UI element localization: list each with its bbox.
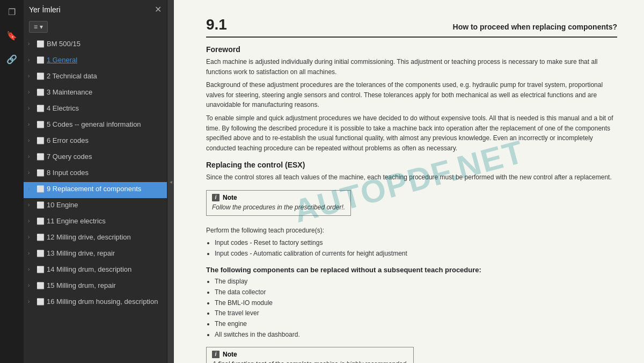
sidebar-item-label: 8 Input codes — [47, 169, 164, 178]
list-item: Input codes - Reset to factory settings — [215, 238, 617, 248]
bookmark-icon: ⬜ — [36, 217, 45, 225]
sidebar-item-label: 9 Replacement of components — [47, 185, 164, 194]
note1-label: Note — [223, 194, 237, 201]
sidebar-toolbar: ≡ ▾ — [24, 19, 167, 37]
note-box-1: i Note Follow the procedures in the pres… — [206, 190, 351, 216]
foreword-heading: Foreword — [206, 45, 617, 54]
sidebar-collapse-handle[interactable]: ◂ — [167, 0, 174, 363]
sidebar-item-label: 2 Technical data — [47, 72, 164, 81]
sidebar-item-label: BM 500/15 — [47, 40, 164, 49]
sidebar-item-label: 10 Engine — [47, 201, 164, 210]
expand-icon: › — [28, 218, 34, 224]
bookmark-icon: ⬜ — [36, 153, 45, 161]
note1-header: i Note — [212, 194, 345, 201]
sidebar-item-milling-drum-desc[interactable]: › ⬜ 14 Milling drum, description — [24, 263, 167, 279]
main-content: AUTOPDF.NET 9.1 How to proceed when repl… — [174, 0, 644, 363]
expand-icon: › — [28, 41, 34, 47]
expand-icon: › — [28, 250, 34, 256]
expand-icon: › — [28, 186, 34, 192]
bookmark-icon: ⬜ — [36, 298, 45, 306]
bookmark-icon: ⬜ — [36, 201, 45, 209]
sidebar-item-electrics[interactable]: › ⬜ 4 Electrics — [24, 101, 167, 118]
list-item: The travel lever — [215, 309, 617, 318]
bookmark-icon: ⬜ — [36, 72, 45, 80]
note1-text: Follow the procedures in the prescribed … — [212, 203, 345, 212]
note-icon: i — [212, 194, 219, 201]
note2-header: i Note — [212, 351, 408, 358]
list-item: Input codes - Automatic calibration of c… — [215, 249, 617, 258]
sidebar-item-milling-drive-desc[interactable]: › ⬜ 12 Milling drive, description — [24, 230, 167, 246]
link-icon[interactable]: 🔗 — [4, 52, 19, 67]
sidebar-item-label: 16 Milling drum housing, description — [47, 297, 164, 307]
foreword-para1: Each machine is adjusted individually du… — [206, 57, 617, 77]
sidebar-item-label: 14 Milling drum, description — [47, 265, 164, 274]
sidebar-item-label: 11 Engine electrics — [47, 217, 164, 226]
expand-icon: › — [28, 121, 34, 127]
sidebar-view-button[interactable]: ≡ ▾ — [29, 21, 48, 33]
sidebar: Yer İmleri ✕ ≡ ▾ › ⬜ BM 500/15 › ⬜ 1 Gen… — [24, 0, 167, 363]
expand-icon: › — [28, 234, 34, 240]
sidebar-item-label: 1 General — [47, 56, 164, 65]
list-item: The BML-IO module — [215, 299, 617, 308]
expand-icon: › — [28, 57, 34, 63]
icon-bar: ❐ 🔖 🔗 — [0, 0, 24, 363]
bookmark-icon: ⬜ — [36, 56, 45, 64]
sidebar-item-label: 15 Milling drum, repair — [47, 281, 164, 291]
sidebar-item-maintenance[interactable]: › ⬜ 3 Maintenance — [24, 85, 167, 101]
expand-icon: › — [28, 266, 34, 272]
note-icon: i — [212, 351, 219, 358]
list-item: The engine — [215, 320, 617, 329]
sidebar-list: › ⬜ BM 500/15 › ⬜ 1 General › ⬜ 2 Techni… — [24, 37, 167, 363]
sidebar-item-label: 5 Codes -- general information — [47, 120, 164, 129]
grid-icon: ≡ — [34, 23, 38, 31]
sidebar-item-label: 3 Maintenance — [47, 88, 164, 97]
copy-icon[interactable]: ❐ — [4, 4, 19, 19]
bookmark-icon: ⬜ — [36, 282, 45, 289]
sidebar-item-label: 6 Error codes — [47, 136, 164, 146]
following-list: The display The data collector The BML-I… — [215, 277, 617, 339]
perform-list: Input codes - Reset to factory settings … — [215, 238, 617, 258]
sidebar-item-general[interactable]: › ⬜ 1 General — [24, 53, 167, 69]
sidebar-item-label: 13 Milling drive, repair — [47, 249, 164, 258]
section-title: How to proceed when replacing components… — [453, 23, 617, 31]
expand-icon: › — [28, 154, 34, 159]
expand-icon: › — [28, 299, 34, 304]
bookmark-icon: ⬜ — [36, 89, 45, 96]
section-header: 9.1 How to proceed when replacing compon… — [206, 16, 617, 38]
sidebar-item-replacement[interactable]: › ⬜ 9 Replacement of components — [24, 182, 167, 198]
bookmark-icon: ⬜ — [36, 266, 45, 273]
bookmark-icon: ⬜ — [36, 121, 45, 128]
sidebar-item-milling-drum-housing[interactable]: › ⬜ 16 Milling drum housing, description — [24, 295, 167, 311]
bookmark-icon: ⬜ — [36, 137, 45, 144]
sidebar-item-milling-drive-repair[interactable]: › ⬜ 13 Milling drive, repair — [24, 246, 167, 263]
expand-icon: › — [28, 105, 34, 111]
sidebar-item-input[interactable]: › ⬜ 8 Input codes — [24, 166, 167, 182]
sidebar-item-engine-elec[interactable]: › ⬜ 11 Engine electrics — [24, 214, 167, 230]
sidebar-close-button[interactable]: ✕ — [155, 4, 162, 14]
sidebar-item-engine[interactable]: › ⬜ 10 Engine — [24, 198, 167, 214]
sidebar-item-query[interactable]: › ⬜ 7 Query codes — [24, 150, 167, 166]
sidebar-item-label: 12 Milling drive, description — [47, 233, 164, 242]
replacing-section: Replacing the control (ESX) Since the co… — [206, 161, 617, 258]
replacing-para1: Since the control stores all teach value… — [206, 172, 617, 183]
bookmark-icon: ⬜ — [36, 169, 45, 177]
expand-icon: › — [28, 282, 34, 288]
bookmark-icon: ⬜ — [36, 105, 45, 112]
sidebar-item-error[interactable]: › ⬜ 6 Error codes — [24, 134, 167, 150]
bookmark-icon: ⬜ — [36, 234, 45, 241]
expand-icon: › — [28, 89, 34, 95]
sidebar-item-milling-drum-repair[interactable]: › ⬜ 15 Milling drum, repair — [24, 279, 167, 295]
note2-label: Note — [223, 351, 237, 358]
sidebar-title: Yer İmleri — [29, 5, 61, 14]
following-section: The following components can be replaced… — [206, 266, 617, 363]
section-number: 9.1 — [206, 16, 227, 33]
bookmark-icon: ⬜ — [36, 40, 45, 48]
expand-icon: › — [28, 202, 34, 208]
sidebar-item-label: 4 Electrics — [47, 104, 164, 113]
sidebar-item-technical[interactable]: › ⬜ 2 Technical data — [24, 69, 167, 85]
sidebar-item-bm500[interactable]: › ⬜ BM 500/15 — [24, 37, 167, 53]
note-box-2: i Note A final function test of the comp… — [206, 347, 414, 363]
sidebar-item-codes[interactable]: › ⬜ 5 Codes -- general information — [24, 118, 167, 134]
list-item: The data collector — [215, 288, 617, 297]
bookmark-nav-icon[interactable]: 🔖 — [4, 28, 19, 43]
